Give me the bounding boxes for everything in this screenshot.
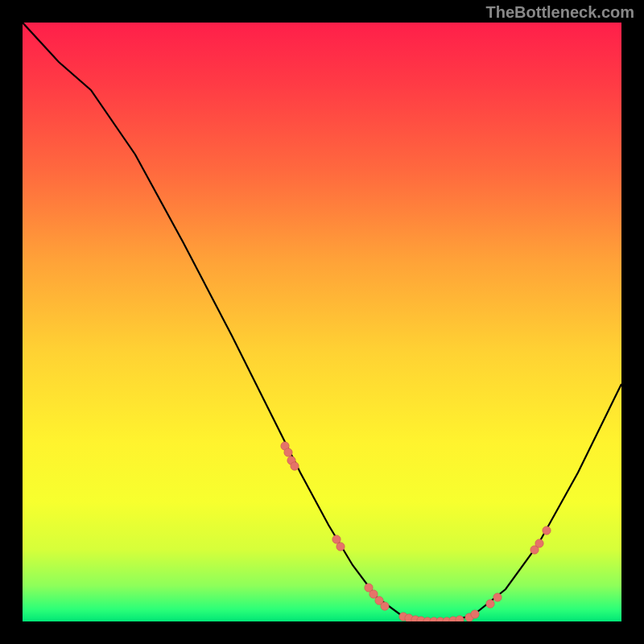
data-markers [281,442,551,621]
data-marker [535,539,543,547]
data-marker [493,593,502,601]
curve-svg [23,23,621,621]
data-marker [381,602,389,610]
data-marker [332,535,341,543]
plot-area [23,23,621,621]
data-marker [284,448,292,456]
data-marker [543,526,551,535]
data-marker [291,462,299,470]
data-marker [471,610,479,618]
data-marker [486,600,494,608]
data-marker [369,590,378,598]
watermark-text: TheBottleneck.com [486,3,634,22]
data-marker [456,616,464,621]
bottleneck-curve [23,23,621,621]
data-marker [336,543,345,551]
